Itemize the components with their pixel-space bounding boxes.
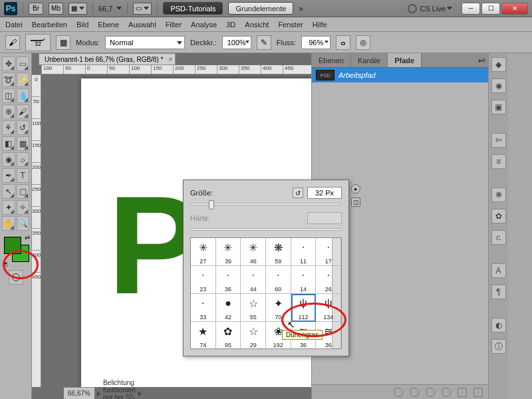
dodge-tool[interactable]: ☼ (17, 152, 30, 167)
path-select-tool[interactable]: ↖ (2, 184, 15, 199)
popup-options-icon[interactable]: ▸ (351, 184, 360, 194)
stamp-tool[interactable]: ⚘ (2, 120, 15, 135)
tab-paths[interactable]: Pfade (388, 53, 422, 67)
menu-filter[interactable]: Filter (166, 21, 182, 29)
brush-preset-cell[interactable]: ψ112 (291, 294, 317, 322)
brush-preset-cell[interactable]: ✳27 (191, 238, 216, 266)
brush-preset-cell[interactable]: ·26 (316, 266, 341, 294)
cslive-button[interactable]: CS Live (408, 4, 452, 13)
brush-preset-cell[interactable]: ●42 (216, 294, 241, 322)
default-colors-icon[interactable]: ◩ (3, 261, 8, 267)
size-pressure-icon[interactable]: ◎ (356, 35, 370, 50)
hand-tool[interactable]: ✋ (2, 216, 15, 231)
tools-panel-icon[interactable]: ✄ (491, 133, 506, 148)
brush-preset-picker[interactable]: 32 (25, 34, 51, 51)
menu-auswahl[interactable]: Auswahl (128, 21, 156, 29)
screenmode-button[interactable]: ▦ (68, 3, 87, 15)
menu-ebene[interactable]: Ebene (98, 21, 119, 29)
panel-menu-icon[interactable]: ▸≡ (476, 53, 488, 67)
delete-path-icon[interactable] (473, 388, 483, 397)
path-to-selection-icon[interactable] (426, 388, 435, 397)
zoom-level[interactable]: 66,7 (98, 5, 112, 13)
shape-tool[interactable]: ▢ (17, 184, 30, 199)
heal-tool[interactable]: ⊕ (2, 104, 15, 119)
brush-preset-cell[interactable]: ✿95 (216, 322, 241, 349)
menu-bearbeiten[interactable]: Bearbeiten (32, 21, 67, 29)
brush-panel-icon[interactable]: ❋ (491, 188, 506, 202)
eyedropper-tool[interactable]: 💧 (17, 88, 30, 103)
workspace-basics[interactable]: Grundelemente (228, 2, 293, 15)
brush-preset-cell[interactable]: ·44 (241, 266, 266, 294)
opacity-pressure-icon[interactable]: ✎ (257, 35, 271, 50)
window-minimize-button[interactable]: ─ (462, 3, 480, 15)
brush-preset-cell[interactable]: ✦70 (266, 294, 291, 322)
fill-path-icon[interactable] (394, 388, 403, 397)
window-close-button[interactable]: ✕ (501, 3, 528, 15)
new-path-icon[interactable] (458, 388, 467, 397)
brushpreset-panel-icon[interactable]: ✿ (491, 209, 506, 223)
minibridge-button[interactable]: Mb (49, 3, 63, 15)
path-name[interactable]: Arbeitspfad (338, 71, 376, 79)
menu-analyse[interactable]: Analyse (191, 21, 217, 29)
zoom-dropdown-icon[interactable] (116, 7, 122, 10)
brush-preset-cell[interactable]: ☆29 (241, 322, 266, 349)
eraser-tool[interactable]: ◧ (2, 136, 15, 151)
mode-select[interactable]: Normal (105, 36, 185, 49)
menu-ansicht[interactable]: Ansicht (245, 21, 269, 29)
crop-tool[interactable]: ◫ (2, 88, 15, 103)
brush-preset-cell[interactable]: ·14 (291, 266, 317, 294)
window-maximize-button[interactable]: ☐ (481, 3, 500, 15)
tab-layers[interactable]: Ebenen (312, 53, 351, 67)
brush-preset-cell[interactable]: ✳46 (241, 238, 266, 266)
brush-preset-cell[interactable]: ☆55 (241, 294, 266, 322)
opacity-input[interactable]: 100% (222, 36, 251, 49)
brush-preset-cell[interactable]: ·33 (191, 294, 216, 322)
brush-preset-cell[interactable]: ψ134 (316, 294, 341, 322)
brush-preset-cell[interactable]: ·36 (216, 266, 241, 294)
history-panel-icon[interactable]: ≡ (491, 154, 506, 169)
menu-fenster[interactable]: Fenster (278, 21, 303, 29)
clonesource-panel-icon[interactable]: ⎌ (491, 230, 506, 245)
zoom-tool[interactable]: 🔍 (17, 216, 30, 231)
pen-tool[interactable]: ✒ (2, 168, 15, 183)
3d-tool[interactable]: ✦ (2, 200, 15, 215)
color-swatches[interactable]: ⇄ ◩ (3, 235, 29, 266)
size-slider[interactable] (190, 203, 342, 205)
arrange-button[interactable]: ▭ (133, 3, 152, 15)
size-input[interactable]: 32 Px (307, 187, 342, 199)
gradient-tool[interactable]: ▦ (17, 136, 30, 151)
info-panel-icon[interactable]: ⓘ (491, 339, 506, 354)
bridge-button[interactable]: Br (29, 3, 43, 15)
menu-hilfe[interactable]: Hilfe (313, 21, 327, 29)
brush-preset-cell[interactable]: ✳39 (216, 238, 241, 266)
popup-newpreset-icon[interactable]: ◫ (351, 198, 360, 207)
selection-to-path-icon[interactable] (442, 388, 451, 397)
nav-panel-icon[interactable]: ◐ (491, 318, 506, 332)
brush-preset-cell[interactable]: ·60 (266, 266, 291, 294)
status-zoom[interactable]: 66,67% (68, 390, 90, 397)
brush-tool[interactable]: 🖌 (17, 104, 30, 119)
swatches-panel-icon[interactable]: ◉ (491, 78, 506, 93)
swap-colors-icon[interactable]: ⇄ (25, 234, 30, 241)
history-brush-tool[interactable]: ↺ (17, 120, 30, 135)
move-tool[interactable]: ✥ (2, 57, 15, 71)
flow-input[interactable]: 96% (301, 36, 331, 49)
3d-camera-tool[interactable]: ✧ (17, 200, 30, 215)
menu-datei[interactable]: Datei (5, 21, 23, 29)
brush-preset-cell[interactable]: ★74 (191, 322, 216, 349)
brush-preset-cell[interactable]: ·11 (291, 238, 317, 266)
brush-preset-cell[interactable]: ·17 (316, 238, 341, 266)
foreground-color[interactable] (4, 237, 21, 254)
blur-tool[interactable]: ◉ (2, 152, 15, 167)
path-item-selected[interactable]: PSD Arbeitspfad (312, 68, 488, 82)
close-tab-icon[interactable]: × (169, 56, 173, 63)
color-panel-icon[interactable]: ◆ (491, 57, 506, 72)
quickmask-button[interactable] (9, 270, 23, 285)
brush-preset-cell[interactable]: ❋59 (266, 238, 291, 266)
type-tool[interactable]: T (17, 168, 30, 183)
workspace-psd-tutorials[interactable]: PSD-Tutorials (163, 2, 223, 15)
menu-bild[interactable]: Bild (76, 21, 88, 29)
para-panel-icon[interactable]: ¶ (491, 285, 506, 299)
menu-3d[interactable]: 3D (226, 21, 235, 29)
workspace-more-icon[interactable]: » (299, 4, 303, 13)
